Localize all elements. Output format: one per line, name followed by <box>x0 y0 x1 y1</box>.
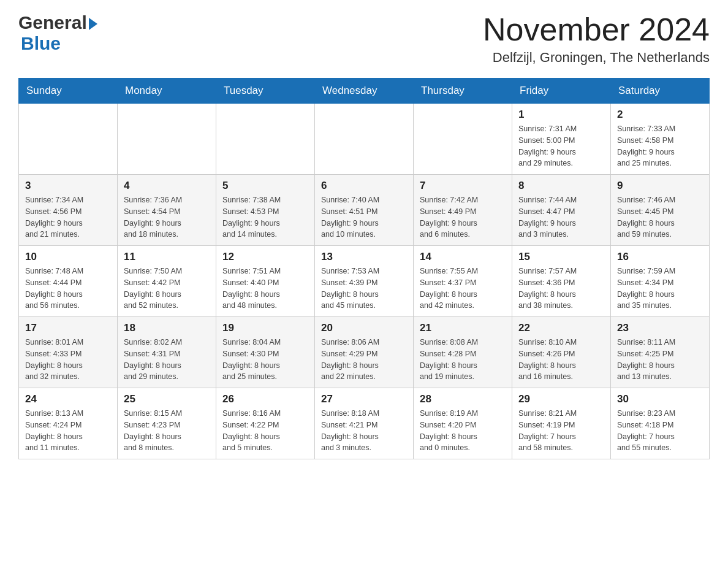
calendar-week-row: 3Sunrise: 7:34 AM Sunset: 4:56 PM Daylig… <box>19 175 710 246</box>
day-number: 15 <box>518 251 604 263</box>
day-sun-info: Sunrise: 7:44 AM Sunset: 4:47 PM Dayligh… <box>518 194 604 240</box>
calendar-day-cell <box>19 104 118 175</box>
day-sun-info: Sunrise: 7:34 AM Sunset: 4:56 PM Dayligh… <box>25 194 111 240</box>
day-number: 24 <box>25 393 111 405</box>
calendar-day-cell: 3Sunrise: 7:34 AM Sunset: 4:56 PM Daylig… <box>19 175 118 246</box>
calendar-day-cell: 28Sunrise: 8:19 AM Sunset: 4:20 PM Dayli… <box>414 388 512 459</box>
day-sun-info: Sunrise: 7:31 AM Sunset: 5:00 PM Dayligh… <box>518 123 604 169</box>
calendar-table: SundayMondayTuesdayWednesdayThursdayFrid… <box>18 78 710 459</box>
calendar-day-cell: 13Sunrise: 7:53 AM Sunset: 4:39 PM Dayli… <box>315 246 414 317</box>
day-sun-info: Sunrise: 7:40 AM Sunset: 4:51 PM Dayligh… <box>321 194 407 240</box>
calendar-day-cell: 6Sunrise: 7:40 AM Sunset: 4:51 PM Daylig… <box>315 175 414 246</box>
day-sun-info: Sunrise: 8:16 AM Sunset: 4:22 PM Dayligh… <box>222 408 308 454</box>
day-number: 8 <box>518 180 604 192</box>
calendar-week-row: 1Sunrise: 7:31 AM Sunset: 5:00 PM Daylig… <box>19 104 710 175</box>
month-title: November 2024 <box>483 12 710 47</box>
calendar-week-row: 10Sunrise: 7:48 AM Sunset: 4:44 PM Dayli… <box>19 246 710 317</box>
day-number: 25 <box>124 393 210 405</box>
day-sun-info: Sunrise: 8:15 AM Sunset: 4:23 PM Dayligh… <box>124 408 210 454</box>
calendar-day-cell: 12Sunrise: 7:51 AM Sunset: 4:40 PM Dayli… <box>216 246 315 317</box>
calendar-header-row: SundayMondayTuesdayWednesdayThursdayFrid… <box>19 79 710 104</box>
day-sun-info: Sunrise: 8:01 AM Sunset: 4:33 PM Dayligh… <box>25 337 111 383</box>
calendar-day-cell: 14Sunrise: 7:55 AM Sunset: 4:37 PM Dayli… <box>414 246 512 317</box>
day-sun-info: Sunrise: 7:55 AM Sunset: 4:37 PM Dayligh… <box>420 266 506 312</box>
day-sun-info: Sunrise: 7:48 AM Sunset: 4:44 PM Dayligh… <box>25 266 111 312</box>
day-sun-info: Sunrise: 8:02 AM Sunset: 4:31 PM Dayligh… <box>124 337 210 383</box>
day-number: 23 <box>617 322 703 334</box>
day-header-monday: Monday <box>118 79 216 104</box>
calendar-day-cell <box>118 104 216 175</box>
day-number: 20 <box>321 322 407 334</box>
day-sun-info: Sunrise: 8:19 AM Sunset: 4:20 PM Dayligh… <box>420 408 506 454</box>
logo-triangle-icon <box>89 18 97 30</box>
page-header: General Blue November 2024 Delfzijl, Gro… <box>18 12 710 66</box>
calendar-day-cell: 2Sunrise: 7:33 AM Sunset: 4:58 PM Daylig… <box>611 104 710 175</box>
day-sun-info: Sunrise: 7:36 AM Sunset: 4:54 PM Dayligh… <box>124 194 210 240</box>
day-number: 5 <box>222 180 308 192</box>
calendar-day-cell: 20Sunrise: 8:06 AM Sunset: 4:29 PM Dayli… <box>315 317 414 388</box>
calendar-day-cell <box>414 104 512 175</box>
day-number: 30 <box>617 393 703 405</box>
day-sun-info: Sunrise: 7:57 AM Sunset: 4:36 PM Dayligh… <box>518 266 604 312</box>
day-number: 22 <box>518 322 604 334</box>
day-number: 27 <box>321 393 407 405</box>
day-number: 2 <box>617 109 703 121</box>
day-sun-info: Sunrise: 7:42 AM Sunset: 4:49 PM Dayligh… <box>420 194 506 240</box>
day-header-thursday: Thursday <box>414 79 512 104</box>
day-sun-info: Sunrise: 7:51 AM Sunset: 4:40 PM Dayligh… <box>222 266 308 312</box>
day-sun-info: Sunrise: 7:38 AM Sunset: 4:53 PM Dayligh… <box>222 194 308 240</box>
calendar-day-cell: 17Sunrise: 8:01 AM Sunset: 4:33 PM Dayli… <box>19 317 118 388</box>
day-sun-info: Sunrise: 7:46 AM Sunset: 4:45 PM Dayligh… <box>617 194 703 240</box>
calendar-day-cell: 21Sunrise: 8:08 AM Sunset: 4:28 PM Dayli… <box>414 317 512 388</box>
day-sun-info: Sunrise: 8:08 AM Sunset: 4:28 PM Dayligh… <box>420 337 506 383</box>
day-number: 12 <box>222 251 308 263</box>
day-number: 3 <box>25 180 111 192</box>
day-sun-info: Sunrise: 7:53 AM Sunset: 4:39 PM Dayligh… <box>321 266 407 312</box>
calendar-day-cell <box>315 104 414 175</box>
calendar-day-cell: 8Sunrise: 7:44 AM Sunset: 4:47 PM Daylig… <box>512 175 611 246</box>
calendar-day-cell: 23Sunrise: 8:11 AM Sunset: 4:25 PM Dayli… <box>611 317 710 388</box>
calendar-week-row: 17Sunrise: 8:01 AM Sunset: 4:33 PM Dayli… <box>19 317 710 388</box>
calendar-day-cell: 22Sunrise: 8:10 AM Sunset: 4:26 PM Dayli… <box>512 317 611 388</box>
day-number: 1 <box>518 109 604 121</box>
day-number: 17 <box>25 322 111 334</box>
day-number: 10 <box>25 251 111 263</box>
logo-blue-text: Blue <box>21 33 61 54</box>
day-sun-info: Sunrise: 8:23 AM Sunset: 4:18 PM Dayligh… <box>617 408 703 454</box>
day-number: 18 <box>124 322 210 334</box>
day-number: 4 <box>124 180 210 192</box>
day-number: 9 <box>617 180 703 192</box>
day-header-sunday: Sunday <box>19 79 118 104</box>
logo: General Blue <box>18 12 97 54</box>
calendar-day-cell: 4Sunrise: 7:36 AM Sunset: 4:54 PM Daylig… <box>118 175 216 246</box>
calendar-day-cell: 18Sunrise: 8:02 AM Sunset: 4:31 PM Dayli… <box>118 317 216 388</box>
calendar-day-cell: 26Sunrise: 8:16 AM Sunset: 4:22 PM Dayli… <box>216 388 315 459</box>
day-sun-info: Sunrise: 8:04 AM Sunset: 4:30 PM Dayligh… <box>222 337 308 383</box>
day-number: 6 <box>321 180 407 192</box>
day-number: 16 <box>617 251 703 263</box>
calendar-week-row: 24Sunrise: 8:13 AM Sunset: 4:24 PM Dayli… <box>19 388 710 459</box>
day-sun-info: Sunrise: 8:21 AM Sunset: 4:19 PM Dayligh… <box>518 408 604 454</box>
calendar-day-cell: 7Sunrise: 7:42 AM Sunset: 4:49 PM Daylig… <box>414 175 512 246</box>
day-number: 19 <box>222 322 308 334</box>
calendar-day-cell <box>216 104 315 175</box>
day-sun-info: Sunrise: 7:33 AM Sunset: 4:58 PM Dayligh… <box>617 123 703 169</box>
calendar-day-cell: 11Sunrise: 7:50 AM Sunset: 4:42 PM Dayli… <box>118 246 216 317</box>
calendar-day-cell: 1Sunrise: 7:31 AM Sunset: 5:00 PM Daylig… <box>512 104 611 175</box>
day-sun-info: Sunrise: 8:13 AM Sunset: 4:24 PM Dayligh… <box>25 408 111 454</box>
logo-general-text: General <box>18 12 87 33</box>
day-sun-info: Sunrise: 7:59 AM Sunset: 4:34 PM Dayligh… <box>617 266 703 312</box>
calendar-day-cell: 29Sunrise: 8:21 AM Sunset: 4:19 PM Dayli… <box>512 388 611 459</box>
day-sun-info: Sunrise: 7:50 AM Sunset: 4:42 PM Dayligh… <box>124 266 210 312</box>
day-header-friday: Friday <box>512 79 611 104</box>
day-number: 13 <box>321 251 407 263</box>
day-number: 14 <box>420 251 506 263</box>
day-header-tuesday: Tuesday <box>216 79 315 104</box>
calendar-day-cell: 15Sunrise: 7:57 AM Sunset: 4:36 PM Dayli… <box>512 246 611 317</box>
calendar-day-cell: 19Sunrise: 8:04 AM Sunset: 4:30 PM Dayli… <box>216 317 315 388</box>
day-sun-info: Sunrise: 8:10 AM Sunset: 4:26 PM Dayligh… <box>518 337 604 383</box>
day-number: 29 <box>518 393 604 405</box>
calendar-day-cell: 16Sunrise: 7:59 AM Sunset: 4:34 PM Dayli… <box>611 246 710 317</box>
calendar-day-cell: 9Sunrise: 7:46 AM Sunset: 4:45 PM Daylig… <box>611 175 710 246</box>
calendar-day-cell: 5Sunrise: 7:38 AM Sunset: 4:53 PM Daylig… <box>216 175 315 246</box>
